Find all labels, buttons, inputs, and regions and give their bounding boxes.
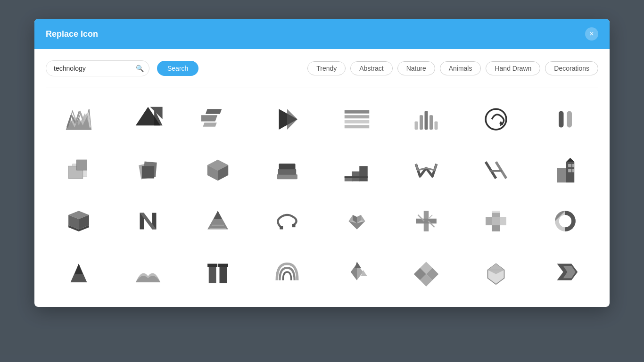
list-item[interactable] bbox=[116, 248, 182, 296]
list-item[interactable] bbox=[185, 96, 251, 143]
svg-rect-32 bbox=[76, 160, 87, 170]
svg-rect-24 bbox=[429, 115, 433, 130]
modal-overlay: Replace Icon × 🔍 Search Trendy Abstract … bbox=[0, 0, 644, 362]
list-item[interactable] bbox=[255, 197, 321, 245]
modal-header: Replace Icon × bbox=[34, 19, 610, 49]
svg-point-90 bbox=[559, 215, 571, 227]
filter-decorations[interactable]: Decorations bbox=[545, 61, 598, 75]
svg-rect-68 bbox=[280, 226, 283, 230]
svg-rect-40 bbox=[277, 174, 297, 180]
search-input-wrap: 🔍 bbox=[46, 60, 149, 76]
svg-rect-12 bbox=[201, 115, 217, 121]
list-item[interactable] bbox=[533, 96, 599, 143]
svg-rect-46 bbox=[345, 176, 368, 178]
svg-rect-42 bbox=[279, 164, 296, 169]
svg-rect-93 bbox=[209, 266, 216, 283]
list-item[interactable] bbox=[463, 197, 529, 245]
svg-marker-99 bbox=[355, 262, 361, 268]
divider bbox=[46, 88, 598, 88]
svg-line-80 bbox=[429, 215, 433, 219]
modal-body: 🔍 Search Trendy Abstract Nature Animals … bbox=[34, 49, 610, 307]
list-item[interactable] bbox=[463, 248, 529, 296]
svg-rect-77 bbox=[416, 219, 437, 224]
list-item[interactable] bbox=[533, 248, 599, 296]
svg-rect-86 bbox=[500, 217, 506, 225]
svg-rect-53 bbox=[572, 164, 574, 167]
list-item[interactable] bbox=[46, 248, 112, 296]
svg-rect-87 bbox=[492, 211, 500, 213]
list-item[interactable] bbox=[533, 147, 599, 194]
list-item[interactable] bbox=[185, 197, 251, 245]
list-item[interactable] bbox=[116, 197, 182, 245]
filter-trendy[interactable]: Trendy bbox=[307, 61, 346, 75]
list-item[interactable] bbox=[324, 96, 390, 143]
svg-rect-52 bbox=[568, 164, 571, 167]
list-item[interactable] bbox=[116, 147, 182, 194]
svg-rect-18 bbox=[345, 115, 370, 118]
svg-rect-51 bbox=[557, 168, 566, 183]
replace-icon-modal: Replace Icon × 🔍 Search Trendy Abstract … bbox=[34, 19, 610, 307]
list-item[interactable] bbox=[324, 248, 390, 296]
list-item[interactable] bbox=[394, 96, 460, 143]
list-item[interactable] bbox=[394, 147, 460, 194]
svg-rect-21 bbox=[415, 121, 418, 130]
svg-rect-35 bbox=[142, 166, 154, 178]
list-item[interactable] bbox=[324, 197, 390, 245]
svg-rect-41 bbox=[278, 169, 297, 174]
svg-marker-65 bbox=[214, 211, 222, 219]
svg-marker-56 bbox=[566, 158, 575, 162]
list-item[interactable] bbox=[116, 96, 182, 143]
svg-rect-84 bbox=[492, 225, 500, 231]
svg-rect-96 bbox=[218, 264, 228, 267]
svg-rect-55 bbox=[572, 169, 574, 172]
svg-rect-17 bbox=[345, 110, 370, 114]
search-button[interactable]: Search bbox=[157, 61, 198, 76]
svg-rect-14 bbox=[203, 123, 216, 127]
filter-nature[interactable]: Nature bbox=[397, 61, 435, 75]
list-item[interactable] bbox=[185, 248, 251, 296]
list-item[interactable] bbox=[255, 147, 321, 194]
svg-rect-85 bbox=[486, 217, 492, 225]
svg-rect-54 bbox=[568, 169, 571, 172]
list-item[interactable] bbox=[324, 147, 390, 194]
search-icon: 🔍 bbox=[136, 65, 144, 72]
svg-rect-95 bbox=[207, 264, 217, 267]
icons-grid bbox=[46, 96, 598, 296]
svg-rect-28 bbox=[559, 111, 564, 128]
filter-abstract[interactable]: Abstract bbox=[350, 61, 392, 75]
svg-rect-19 bbox=[345, 120, 370, 123]
search-row: 🔍 Search Trendy Abstract Nature Animals … bbox=[46, 60, 598, 76]
list-item[interactable] bbox=[46, 96, 112, 143]
list-item[interactable] bbox=[46, 147, 112, 194]
svg-rect-69 bbox=[292, 224, 296, 227]
filter-animals[interactable]: Animals bbox=[440, 61, 481, 75]
svg-rect-22 bbox=[420, 115, 423, 130]
list-item[interactable] bbox=[394, 197, 460, 245]
svg-marker-92 bbox=[74, 264, 83, 274]
svg-rect-25 bbox=[435, 121, 438, 130]
list-item[interactable] bbox=[46, 197, 112, 245]
list-item[interactable] bbox=[463, 96, 529, 143]
svg-rect-20 bbox=[345, 125, 370, 128]
svg-rect-29 bbox=[567, 111, 572, 128]
svg-rect-94 bbox=[219, 266, 227, 283]
list-item[interactable] bbox=[255, 248, 321, 296]
filter-tags: Trendy Abstract Nature Animals Hand Draw… bbox=[307, 61, 598, 75]
svg-rect-13 bbox=[206, 109, 222, 114]
list-item[interactable] bbox=[185, 147, 251, 194]
list-item[interactable] bbox=[533, 197, 599, 245]
filter-hand-drawn[interactable]: Hand Drawn bbox=[486, 61, 540, 75]
list-item[interactable] bbox=[255, 96, 321, 143]
modal-title: Replace Icon bbox=[46, 29, 98, 39]
svg-rect-45 bbox=[359, 166, 368, 181]
svg-marker-16 bbox=[287, 109, 297, 130]
close-button[interactable]: × bbox=[585, 27, 598, 41]
search-input[interactable] bbox=[46, 60, 149, 76]
svg-rect-23 bbox=[425, 111, 428, 130]
list-item[interactable] bbox=[463, 147, 529, 194]
list-item[interactable] bbox=[394, 248, 460, 296]
